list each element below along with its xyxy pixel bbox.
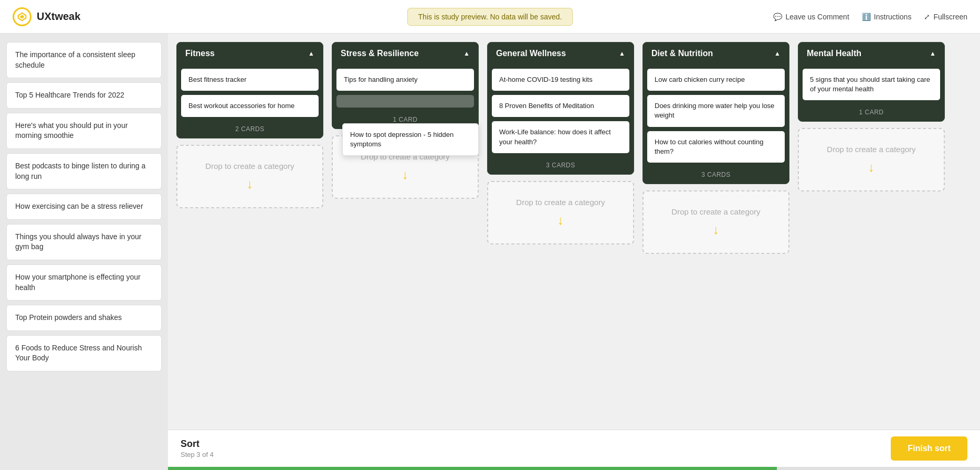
table-row[interactable] <box>336 95 474 108</box>
general-wellness-drop-zone[interactable]: Drop to create a category ↓ <box>487 181 634 244</box>
table-row[interactable]: Does drinking more water help you lose w… <box>647 95 785 126</box>
stress-column-header: Stress & Resilience ▲ <box>332 42 478 65</box>
list-item[interactable]: The importance of a consistent sleep sch… <box>6 42 162 78</box>
preview-banner: This is study preview. No data will be s… <box>407 8 573 26</box>
fitness-column-cards: Best fitness tracker Best workout access… <box>177 65 323 121</box>
table-row[interactable]: 8 Proven Benefits of Meditation <box>492 95 629 117</box>
general-wellness-card-count: 3 CARDS <box>488 157 634 174</box>
diet-chevron-icon: ▲ <box>774 50 781 57</box>
mental-health-column: Mental Health ▲ 5 signs that you should … <box>798 42 945 191</box>
stress-column: Stress & Resilience ▲ Tips for handling … <box>332 42 479 199</box>
stress-chevron-icon: ▲ <box>463 50 470 57</box>
instructions-action[interactable]: ℹ️ Instructions <box>862 13 912 21</box>
diet-column-container: Diet & Nutrition ▲ Low carb chicken curr… <box>642 42 789 184</box>
list-item[interactable]: 6 Foods to Reduce Stress and Nourish You… <box>6 335 162 371</box>
stress-column-title: Stress & Resilience <box>341 49 419 58</box>
table-row[interactable]: Tips for handling anxiety <box>336 69 474 91</box>
table-row[interactable]: Low carb chicken curry recipe <box>647 69 785 91</box>
mental-health-column-header: Mental Health ▲ <box>798 42 944 65</box>
dragging-card[interactable]: How to spot depression - 5 hidden sympto… <box>342 123 479 156</box>
drop-arrow-icon: ↓ <box>868 160 874 175</box>
fitness-card-count: 2 CARDS <box>177 121 323 138</box>
table-row[interactable]: At-home COVID-19 testing kits <box>492 69 629 91</box>
drop-arrow-icon: ↓ <box>247 177 253 191</box>
mental-health-column-container: Mental Health ▲ 5 signs that you should … <box>798 42 945 122</box>
progress-fill <box>168 467 777 470</box>
list-item[interactable]: Here's what you should put in your morni… <box>6 113 162 149</box>
comment-icon: 💬 <box>773 13 782 21</box>
info-icon: ℹ️ <box>862 13 871 21</box>
footer-bar: Sort Step 3 of 4 Finish sort <box>168 430 980 467</box>
table-row[interactable]: Best fitness tracker <box>181 69 319 91</box>
table-row[interactable]: Work-Life balance: how does it affect yo… <box>492 121 629 153</box>
drop-label: Drop to create a category <box>516 198 605 207</box>
diet-column: Diet & Nutrition ▲ Low carb chicken curr… <box>642 42 789 254</box>
diet-drop-zone[interactable]: Drop to create a category ↓ <box>642 190 789 254</box>
sort-step: Step 3 of 4 <box>181 451 214 458</box>
stress-column-cards: Tips for handling anxiety <box>332 65 478 112</box>
fullscreen-icon: ⤢ <box>924 13 930 21</box>
table-row[interactable]: 5 signs that you should start taking car… <box>803 69 940 100</box>
diet-card-count: 3 CARDS <box>643 167 789 184</box>
fitness-drop-zone[interactable]: Drop to create a category ↓ <box>176 145 323 208</box>
progress-bar <box>168 467 980 470</box>
fullscreen-action[interactable]: ⤢ Fullscreen <box>924 13 967 21</box>
list-item[interactable]: Things you should always have in your gy… <box>6 224 162 260</box>
mental-health-column-cards: 5 signs that you should start taking car… <box>798 65 944 104</box>
header: UXtweak This is study preview. No data w… <box>0 0 980 34</box>
drop-arrow-icon: ↓ <box>402 167 408 182</box>
list-item[interactable]: How your smartphone is effecting your he… <box>6 264 162 301</box>
fitness-chevron-icon: ▲ <box>308 50 314 57</box>
finish-sort-button[interactable]: Finish sort <box>891 436 967 461</box>
list-item[interactable]: Top 5 Healthcare Trends for 2022 <box>6 82 162 109</box>
diet-column-header: Diet & Nutrition ▲ <box>643 42 789 65</box>
mental-health-drop-zone[interactable]: Drop to create a category ↓ <box>798 128 945 191</box>
fitness-column: Fitness ▲ Best fitness tracker Best work… <box>176 42 323 208</box>
main: The importance of a consistent sleep sch… <box>0 34 980 470</box>
drop-label: Drop to create a category <box>827 145 915 154</box>
general-wellness-column-cards: At-home COVID-19 testing kits 8 Proven B… <box>488 65 634 157</box>
fitness-column-container: Fitness ▲ Best fitness tracker Best work… <box>176 42 323 138</box>
sort-area: Fitness ▲ Best fitness tracker Best work… <box>168 34 980 470</box>
table-row[interactable]: Best workout accessories for home <box>181 95 319 117</box>
mental-health-column-title: Mental Health <box>807 49 861 58</box>
table-row[interactable]: How to cut calories without counting the… <box>647 131 785 163</box>
logo: UXtweak <box>13 7 80 26</box>
drop-arrow-icon: ↓ <box>713 222 719 237</box>
drop-label: Drop to create a category <box>205 162 294 170</box>
diet-column-title: Diet & Nutrition <box>651 49 713 58</box>
footer-left: Sort Step 3 of 4 <box>181 439 214 458</box>
mental-health-card-count: 1 CARD <box>798 104 944 121</box>
stress-column-container: Stress & Resilience ▲ Tips for handling … <box>332 42 479 129</box>
drop-arrow-icon: ↓ <box>557 213 564 228</box>
list-item[interactable]: How exercising can be a stress reliever <box>6 194 162 220</box>
general-wellness-column: General Wellness ▲ At-home COVID-19 test… <box>487 42 634 244</box>
sort-title: Sort <box>181 439 214 450</box>
columns-scroll: Fitness ▲ Best fitness tracker Best work… <box>168 34 980 430</box>
logo-text: UXtweak <box>37 10 80 23</box>
list-item[interactable]: Best podcasts to binge listen to during … <box>6 153 162 189</box>
mental-health-chevron-icon: ▲ <box>930 50 936 57</box>
diet-column-cards: Low carb chicken curry recipe Does drink… <box>643 65 789 167</box>
list-item[interactable]: Top Protein powders and shakes <box>6 305 162 331</box>
general-wellness-chevron-icon: ▲ <box>619 50 625 57</box>
comment-action[interactable]: 💬 Leave us Comment <box>773 13 849 21</box>
drop-label: Drop to create a category <box>671 207 760 216</box>
general-wellness-column-container: General Wellness ▲ At-home COVID-19 test… <box>487 42 634 175</box>
general-wellness-column-title: General Wellness <box>496 49 566 58</box>
header-actions: 💬 Leave us Comment ℹ️ Instructions ⤢ Ful… <box>773 13 967 21</box>
svg-marker-1 <box>20 15 24 18</box>
fitness-column-header: Fitness ▲ <box>177 42 323 65</box>
fitness-column-title: Fitness <box>185 49 215 58</box>
sidebar: The importance of a consistent sleep sch… <box>0 34 168 470</box>
general-wellness-column-header: General Wellness ▲ <box>488 42 634 65</box>
logo-icon <box>13 7 31 26</box>
